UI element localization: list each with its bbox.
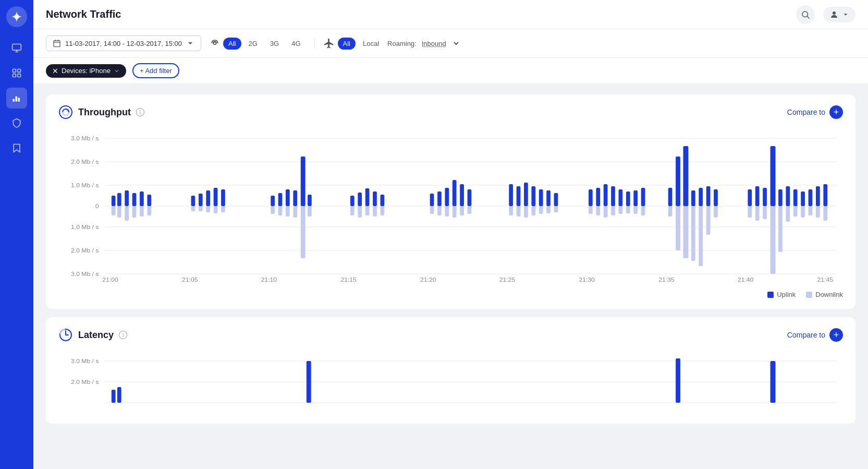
network-type-filter: All 2G 3G 4G: [223, 38, 305, 50]
airplane-icon: [323, 38, 335, 49]
svg-rect-91: [763, 188, 767, 206]
svg-rect-138: [611, 206, 615, 215]
svg-rect-123: [437, 206, 442, 215]
chevron-down-icon: [114, 68, 120, 74]
svg-rect-137: [604, 206, 608, 218]
svg-rect-109: [214, 206, 218, 213]
svg-text:21:20: 21:20: [420, 276, 436, 283]
svg-rect-172: [676, 358, 680, 403]
svg-rect-47: [206, 190, 210, 206]
uplink-legend-label: Uplink: [777, 291, 796, 298]
svg-point-0: [14, 14, 19, 19]
sidebar-item-dashboard[interactable]: [6, 63, 27, 83]
traffic-all-button[interactable]: All: [338, 38, 356, 50]
svg-rect-92: [771, 146, 776, 206]
topbar-actions: [796, 5, 855, 24]
svg-rect-130: [524, 206, 528, 218]
svg-rect-87: [706, 186, 711, 206]
network-2g-button[interactable]: 2G: [243, 38, 263, 50]
network-3g-button[interactable]: 3G: [265, 38, 284, 50]
svg-rect-69: [524, 183, 528, 206]
svg-rect-43: [140, 191, 144, 206]
latency-icon: [58, 328, 73, 342]
svg-rect-107: [199, 206, 203, 211]
sidebar-item-security[interactable]: [6, 113, 27, 134]
svg-rect-76: [604, 184, 608, 206]
filterbar: 11-03-2017, 14:00 - 12-03-2017, 15:00 Al…: [33, 29, 868, 58]
throughput-chart-area: 3.0 Mb / s 2.0 Mb / s 1.0 Mb / s 0 1.0 M…: [58, 128, 843, 284]
svg-text:21:35: 21:35: [658, 276, 674, 283]
svg-rect-75: [596, 188, 600, 206]
svg-rect-155: [786, 206, 790, 222]
active-filters-bar: ✕ Devices: iPhone + Add filter: [33, 58, 868, 84]
svg-rect-147: [699, 206, 703, 266]
svg-rect-74: [589, 189, 593, 206]
network-4g-button[interactable]: 4G: [286, 38, 305, 50]
throughput-info-icon[interactable]: i: [136, 108, 144, 116]
svg-rect-134: [554, 206, 558, 212]
network-all-button[interactable]: All: [223, 38, 241, 50]
sidebar-logo[interactable]: [6, 6, 27, 27]
latency-chart-svg: 3.0 Mb / s 2.0 Mb / s: [58, 351, 843, 413]
downlink-legend-item: Downlink: [806, 291, 843, 298]
roaming-select[interactable]: Inbound Outbound: [420, 39, 460, 48]
svg-rect-72: [546, 190, 551, 206]
downlink-legend-dot: [806, 292, 812, 298]
throughput-title: Throughput: [78, 107, 131, 118]
latency-card: Latency i Compare to + 3.0 Mb / s 2.0 Mb…: [46, 317, 855, 424]
throughput-chart-svg: 3.0 Mb / s 2.0 Mb / s 1.0 Mb / s 0 1.0 M…: [58, 128, 843, 284]
latency-info-icon[interactable]: i: [119, 331, 127, 339]
latency-compare-plus-icon: +: [829, 328, 843, 342]
device-filter-label: Devices: iPhone: [62, 67, 111, 75]
svg-rect-60: [380, 195, 384, 206]
roaming-label: Roaming:: [387, 40, 417, 47]
svg-rect-2: [13, 69, 16, 73]
svg-rect-54: [301, 157, 305, 206]
remove-device-filter[interactable]: ✕: [52, 67, 58, 75]
svg-rect-152: [763, 206, 767, 219]
date-range-picker[interactable]: 11-03-2017, 14:00 - 12-03-2017, 15:00: [46, 35, 201, 51]
traffic-type-filter: All Local: [338, 38, 385, 50]
downlink-legend-label: Downlink: [815, 291, 843, 298]
throughput-card: Throughput i Compare to +: [46, 94, 855, 309]
sidebar-item-analytics[interactable]: [6, 88, 27, 109]
svg-rect-146: [691, 206, 695, 261]
svg-point-13: [214, 42, 216, 45]
uplink-legend-dot: [767, 292, 774, 298]
sidebar-item-monitor[interactable]: [6, 38, 27, 58]
svg-rect-158: [809, 206, 813, 215]
search-button[interactable]: [796, 5, 815, 24]
svg-rect-118: [358, 206, 362, 218]
throughput-compare-button[interactable]: Compare to +: [787, 105, 843, 119]
svg-rect-149: [714, 206, 718, 218]
page-title: Network Traffic: [46, 8, 121, 20]
traffic-local-button[interactable]: Local: [358, 38, 384, 50]
svg-rect-68: [517, 186, 521, 206]
svg-rect-78: [619, 189, 623, 206]
svg-rect-80: [633, 190, 638, 206]
latency-compare-button[interactable]: Compare to +: [787, 328, 843, 342]
sidebar-item-bookmarks[interactable]: [6, 138, 27, 159]
svg-rect-99: [823, 184, 827, 206]
svg-rect-49: [221, 189, 225, 206]
svg-rect-56: [350, 196, 354, 206]
svg-rect-141: [633, 206, 638, 214]
uplink-legend-item: Uplink: [767, 291, 796, 298]
svg-point-8: [833, 11, 836, 15]
svg-rect-46: [199, 194, 203, 206]
svg-rect-153: [771, 206, 776, 274]
add-filter-button[interactable]: + Add filter: [132, 63, 179, 78]
svg-rect-136: [596, 206, 600, 215]
svg-rect-122: [430, 206, 434, 214]
svg-rect-96: [801, 191, 805, 206]
date-range-label: 11-03-2017, 14:00 - 12-03-2017, 15:00: [65, 40, 182, 47]
svg-rect-148: [706, 206, 711, 235]
user-menu-button[interactable]: [823, 7, 855, 22]
signal-filter-group: All 2G 3G 4G: [210, 38, 305, 50]
svg-rect-70: [531, 186, 535, 206]
svg-rect-5: [18, 74, 21, 77]
svg-rect-150: [748, 206, 752, 218]
svg-rect-104: [140, 206, 144, 217]
svg-rect-45: [191, 196, 195, 206]
svg-rect-58: [365, 188, 370, 206]
